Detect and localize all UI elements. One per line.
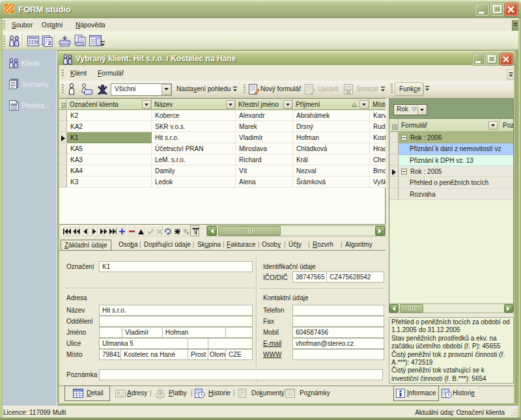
- svg-text:$: $: [159, 389, 162, 395]
- svg-text:2: 2: [48, 40, 51, 46]
